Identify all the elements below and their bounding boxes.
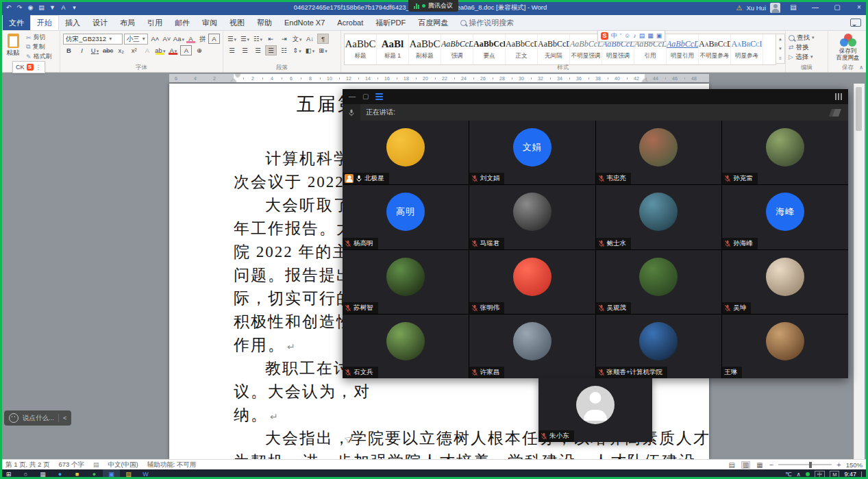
show-desktop-button[interactable] bbox=[861, 471, 865, 478]
format-painter-button[interactable]: ✎格式刷 bbox=[26, 52, 52, 61]
style-标题 1[interactable]: AaBl标题 1 bbox=[377, 34, 409, 64]
ime-indicator[interactable]: 中 bbox=[815, 471, 826, 478]
accessibility-status[interactable]: 辅助功能: 不可用 bbox=[147, 460, 197, 469]
weather-indicator[interactable]: ℃ bbox=[785, 471, 792, 478]
browser-icon[interactable]: ● bbox=[51, 469, 69, 479]
select-button[interactable]: ▷选择▾ bbox=[789, 52, 825, 62]
replace-button[interactable]: ⇄替换 bbox=[789, 42, 825, 52]
tab-Acrobat[interactable]: Acrobat bbox=[331, 15, 369, 30]
superscript-icon[interactable]: x² bbox=[128, 45, 140, 56]
highlight-icon[interactable]: ab▾ bbox=[154, 45, 166, 56]
start-button[interactable]: ⊞ bbox=[0, 469, 17, 479]
quick-chat-pill[interactable]: 说点什么... < bbox=[4, 410, 71, 426]
gallery-down-icon[interactable]: ▼ bbox=[776, 44, 784, 53]
clock[interactable]: 9:47 bbox=[844, 471, 856, 478]
style-gallery-scrollbar[interactable]: ▲ ▼ ≡ bbox=[776, 34, 785, 64]
tab-引用[interactable]: 引用 bbox=[141, 15, 169, 30]
tab-帮助[interactable]: 帮助 bbox=[251, 15, 278, 30]
skin-icon[interactable]: ▣ bbox=[656, 32, 662, 40]
style-正文[interactable]: AaBbCcDc正文 bbox=[506, 34, 538, 64]
copy-button[interactable]: ⧉复制 bbox=[26, 42, 52, 51]
notes-app-icon[interactable]: ■ bbox=[69, 469, 86, 479]
style-标题[interactable]: AaBbC标题 bbox=[345, 34, 377, 64]
font-family-select[interactable]: 仿宋_GB2312▾ bbox=[63, 34, 123, 45]
screen-share-indicator[interactable]: 腾讯会议 bbox=[408, 0, 458, 12]
style-明显参考[interactable]: AaBbCcI明显参考 bbox=[731, 34, 763, 64]
print-preview-icon[interactable]: ▤ bbox=[36, 2, 47, 13]
tab-设计[interactable]: 设计 bbox=[86, 15, 114, 30]
sort-icon[interactable]: A↓ bbox=[304, 34, 316, 44]
proofing-icon[interactable]: ▤ bbox=[93, 461, 99, 468]
zoom-out-icon[interactable]: − bbox=[769, 461, 773, 468]
font-color-icon[interactable]: A▾ bbox=[167, 45, 179, 56]
meeting-tray-icon[interactable] bbox=[806, 472, 810, 476]
ime-punct-icon[interactable]: ’ bbox=[620, 32, 621, 40]
first-line-indent-marker[interactable] bbox=[235, 74, 240, 77]
increase-indent-icon[interactable]: ⇥ bbox=[278, 34, 290, 44]
file-explorer-icon[interactable]: ▨ bbox=[120, 469, 137, 479]
account-name[interactable]: Xu Hui bbox=[746, 4, 766, 12]
sogou-logo-icon[interactable]: S bbox=[601, 32, 608, 40]
justify-icon[interactable]: ☰ bbox=[265, 45, 277, 56]
toolbox-icon[interactable]: ▦ bbox=[647, 32, 654, 40]
phonetic-guide-icon[interactable]: 拼 bbox=[197, 34, 208, 44]
avatar[interactable] bbox=[770, 3, 780, 13]
clear-formatting-icon[interactable]: A bbox=[185, 34, 197, 44]
tab-百度网盘[interactable]: 百度网盘 bbox=[412, 15, 454, 30]
distribute-icon[interactable]: ☷ bbox=[278, 45, 290, 56]
tencent-meeting-icon[interactable]: ▣ bbox=[103, 469, 120, 479]
tab-布局[interactable]: 布局 bbox=[114, 15, 141, 30]
view-switch-icon[interactable] bbox=[835, 93, 842, 100]
collapse-icon[interactable]: < bbox=[63, 415, 66, 421]
emoji-picker-icon[interactable]: ☺ bbox=[624, 32, 630, 40]
zoom-slider[interactable] bbox=[778, 464, 832, 465]
find-button[interactable]: 查找▾ bbox=[789, 33, 825, 42]
font-size-select[interactable]: 小三▾ bbox=[124, 34, 148, 45]
spell-check-icon[interactable]: A bbox=[58, 2, 69, 13]
grow-font-icon[interactable]: A˄ bbox=[149, 34, 161, 44]
ime-mode-icon[interactable]: 中 bbox=[611, 32, 617, 40]
scrollbar-thumb[interactable] bbox=[856, 87, 862, 131]
zoom-in-icon[interactable]: + bbox=[836, 461, 841, 468]
tab-文件[interactable]: 文件 bbox=[3, 15, 30, 30]
maximize-button[interactable]: ▢ bbox=[828, 0, 846, 15]
quick-chat-placeholder[interactable]: 说点什么... bbox=[23, 414, 54, 423]
input-indicator[interactable]: M bbox=[830, 471, 839, 478]
right-indent-marker[interactable] bbox=[642, 79, 647, 82]
meeting-minimize-icon[interactable]: — bbox=[349, 89, 356, 104]
strikethrough-icon[interactable]: abc bbox=[102, 45, 114, 56]
multilevel-list-icon[interactable]: ☷▾ bbox=[252, 34, 264, 44]
tab-审阅[interactable]: 审阅 bbox=[196, 15, 223, 30]
save-to-baidu-netdisk-button[interactable]: 保存到百度网盘 bbox=[831, 34, 865, 62]
paste-button[interactable]: 粘贴 bbox=[3, 33, 23, 64]
gallery-up-icon[interactable]: ▲ bbox=[776, 34, 784, 44]
bullets-icon[interactable]: ☰▾ bbox=[226, 34, 238, 44]
language-indicator[interactable]: 中文(中国) bbox=[108, 460, 138, 469]
style-无间隔[interactable]: AaBbCcDc无间隔 bbox=[538, 34, 570, 64]
ribbon-display-options-icon[interactable]: ▤ bbox=[784, 0, 802, 15]
tencent-meeting-window[interactable]: — ▢ 正在讲话: 北极星文娟刘文娟韦忠亮孙克雷高明杨高明马瑞君鲍士水海峰孙海峰… bbox=[343, 89, 848, 378]
bold-icon[interactable]: B bbox=[63, 45, 75, 56]
tab-福昕PDF[interactable]: 福昕PDF bbox=[369, 15, 412, 30]
gallery-more-icon[interactable]: ≡ bbox=[776, 53, 784, 63]
tray-expand-icon[interactable]: ∧ bbox=[796, 471, 800, 478]
web-layout-icon[interactable]: ▦ bbox=[755, 461, 764, 469]
close-button[interactable]: × bbox=[850, 0, 868, 15]
align-center-icon[interactable]: ☰ bbox=[239, 45, 251, 56]
asian-layout-icon[interactable]: 文▾ bbox=[291, 34, 303, 44]
shrink-font-icon[interactable]: A˅ bbox=[161, 34, 173, 44]
read-mode-icon[interactable]: ▤ bbox=[727, 461, 736, 469]
char-shading-icon[interactable]: A bbox=[180, 45, 192, 56]
numbering-icon[interactable]: ☰▾ bbox=[239, 34, 251, 44]
left-indent-marker[interactable] bbox=[231, 79, 236, 82]
align-left-icon[interactable]: ☰ bbox=[226, 45, 238, 56]
text-effects-icon[interactable]: A bbox=[141, 45, 153, 56]
touch-mode-icon[interactable]: ◉ bbox=[25, 2, 36, 13]
save-icon[interactable]: ▼ bbox=[47, 2, 58, 13]
print-layout-icon[interactable]: ▥ bbox=[741, 461, 750, 469]
emoji-icon[interactable] bbox=[9, 413, 18, 423]
soft-keyboard-icon[interactable]: ▤ bbox=[639, 32, 645, 40]
character-border-icon[interactable]: A bbox=[208, 34, 220, 44]
subscript-icon[interactable]: x₂ bbox=[115, 45, 127, 56]
style-要点[interactable]: AaBbCcD要点 bbox=[473, 34, 506, 64]
